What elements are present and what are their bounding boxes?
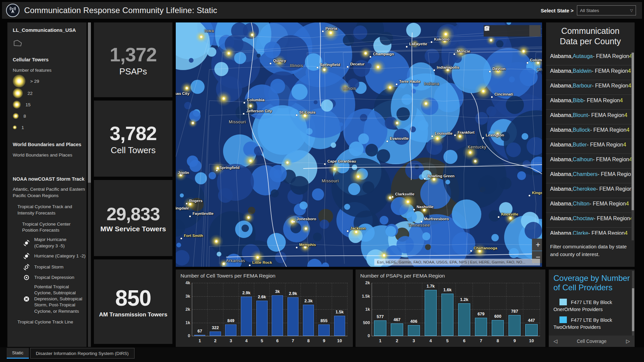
stat-value: 1,372	[110, 43, 157, 66]
home-icon[interactable]	[495, 25, 506, 37]
header: Communication Response Community Lifelin…	[2, 2, 642, 19]
feature-size-legend: > 29221581	[13, 75, 87, 133]
coverage-scrollbar[interactable]	[632, 271, 634, 338]
stat-card: 3,782Cell Towers	[94, 101, 172, 177]
bar[interactable]	[194, 335, 206, 336]
dashboard-root: Communication Response Community Lifelin…	[0, 0, 644, 362]
bar-value-label: 322	[205, 325, 226, 330]
map-city-label: Memphis	[299, 243, 316, 247]
bar[interactable]	[241, 297, 252, 336]
bar[interactable]	[303, 305, 314, 336]
map-state-label: Tennessee	[408, 223, 430, 228]
map-city-dot-icon	[396, 83, 397, 85]
county-row-state: Alabama,	[550, 142, 573, 148]
bar-slot: 8559	[316, 283, 332, 336]
county-row-county: Bullock	[573, 127, 590, 133]
map-city-dot-icon	[347, 66, 348, 68]
pager-prev-icon[interactable]: ◁	[553, 338, 557, 344]
basemap-icon[interactable]	[529, 25, 541, 37]
county-row[interactable]: Alabama, Butler - FEMA Region 4	[546, 139, 631, 154]
bar[interactable]	[287, 297, 299, 336]
map-city-label: Decatur	[350, 62, 365, 66]
layers-icon[interactable]	[518, 25, 529, 37]
county-row[interactable]: Alabama, Blount - FEMA Region 4	[546, 110, 631, 124]
map-state-label: Illinois	[343, 86, 356, 91]
map-city-dot-icon	[216, 170, 218, 171]
county-row-region: 4	[628, 68, 631, 74]
number-of-features-label: Number of features	[13, 68, 87, 73]
county-row-county: Cherokee	[573, 186, 596, 192]
county-row[interactable]: Alabama, Clarke - FEMA Region 4	[546, 228, 631, 235]
bar[interactable]	[272, 295, 283, 336]
map-state-label: Ohio	[537, 67, 542, 72]
map[interactable]: IowaPeoriaKokomoLaFayetteMuncieChampaign…	[176, 22, 542, 267]
bar[interactable]	[391, 323, 403, 336]
county-row-state: Alabama,	[550, 216, 573, 222]
tab-static[interactable]: Static	[7, 348, 29, 359]
county-row-separator: - FEMA Region	[589, 201, 626, 207]
y-axis-tick-label: 4k	[185, 281, 190, 285]
bar[interactable]	[408, 325, 420, 336]
bar[interactable]	[492, 320, 504, 336]
stat-value: 29,833	[106, 203, 160, 224]
y-axis-tick-label: 0	[368, 334, 370, 338]
bar[interactable]	[458, 303, 470, 336]
map-state-label: Missouri	[322, 179, 339, 183]
bar[interactable]	[475, 318, 487, 336]
map-city-label: Jonesboro	[297, 217, 316, 221]
coverage-legend: F477 LTE By Block OnerOrMore ProvidersF4…	[549, 299, 635, 331]
county-row[interactable]: Alabama, Bibb - FEMA Region 4	[546, 95, 631, 110]
map-city-dot-icon	[489, 71, 491, 72]
county-row[interactable]: Alabama, Chambers - FEMA Region 4	[546, 169, 631, 183]
county-row[interactable]: Alabama, Calhoun - FEMA Region 4	[546, 154, 631, 169]
legend-scrollbar[interactable]	[88, 22, 91, 347]
county-row-separator: - FEMA Region	[588, 112, 624, 118]
county-row-state: Alabama,	[550, 230, 573, 235]
bar[interactable]	[256, 301, 268, 336]
county-row[interactable]: Alabama, Cherokee - FEMA Region 4	[546, 183, 631, 198]
legend-scrollbar-thumb[interactable]	[88, 22, 91, 183]
map-city-dot-icon	[454, 134, 456, 136]
bar[interactable]	[441, 294, 453, 336]
county-row[interactable]: Alabama, Baldwin - FEMA Region 4	[546, 65, 631, 80]
legend-icon[interactable]	[506, 25, 518, 37]
x-axis-tick-label: 2	[389, 338, 405, 343]
bar[interactable]	[210, 331, 221, 336]
tab-disaster-information-reporting-system-dirs[interactable]: Disaster Information Reporting System (D…	[30, 348, 135, 359]
county-row[interactable]: Alabama, Chilton - FEMA Region 4	[546, 198, 631, 213]
bar[interactable]	[318, 324, 330, 336]
storm-legend-row: Hurricane (Category 1 -2)	[22, 252, 87, 260]
bar[interactable]	[508, 315, 521, 336]
state-dropdown[interactable]: All States ▽	[577, 5, 636, 15]
map-city-label: Columbus	[530, 58, 542, 62]
pager-next-icon[interactable]: ▷	[626, 338, 630, 344]
county-row[interactable]: Alabama, Bullock - FEMA Region 4	[546, 124, 631, 139]
bar[interactable]	[425, 290, 437, 336]
county-row[interactable]: Alabama, Autauga - FEMA Region 4	[546, 51, 631, 65]
map-state-label: Indiana	[424, 81, 439, 86]
map-city-dot-icon	[413, 209, 415, 210]
county-row[interactable]: Alabama, Choctaw - FEMA Region 4	[546, 213, 631, 228]
county-row-separator: - FEMA Region	[594, 216, 630, 222]
county-scrollbar-thumb[interactable]	[632, 53, 634, 210]
bar[interactable]	[374, 320, 386, 336]
bar[interactable]	[525, 324, 537, 336]
feature-glow-dot-icon	[13, 75, 25, 87]
storm-legend-label: Hurricane (Category 1 -2)	[34, 253, 86, 259]
bar[interactable]	[334, 316, 345, 336]
bar[interactable]	[225, 324, 236, 336]
county-row[interactable]: Alabama, Barbour - FEMA Region 4	[546, 80, 631, 95]
map-city-label: Clarksville	[395, 192, 415, 196]
county-row-county: Clarke	[573, 230, 588, 235]
map-city-label: Chattanooga	[474, 246, 497, 250]
map-city-label: Jackson	[350, 226, 366, 230]
county-list-scrollbar[interactable]	[632, 53, 634, 240]
county-row-state: Alabama,	[550, 171, 573, 177]
map-city-label: St. Louis	[299, 110, 316, 114]
zoom-in-button[interactable]: +	[532, 239, 542, 251]
bar-value-label: 855	[313, 318, 334, 323]
map-city-label: Knoxville	[501, 212, 518, 216]
cellular-towers-heading: Cellular Towers	[13, 57, 87, 62]
coverage-scrollbar-thumb[interactable]	[632, 288, 634, 331]
storm-legend-label: Potential Tropical Cyclone, Subtropical …	[34, 284, 87, 314]
